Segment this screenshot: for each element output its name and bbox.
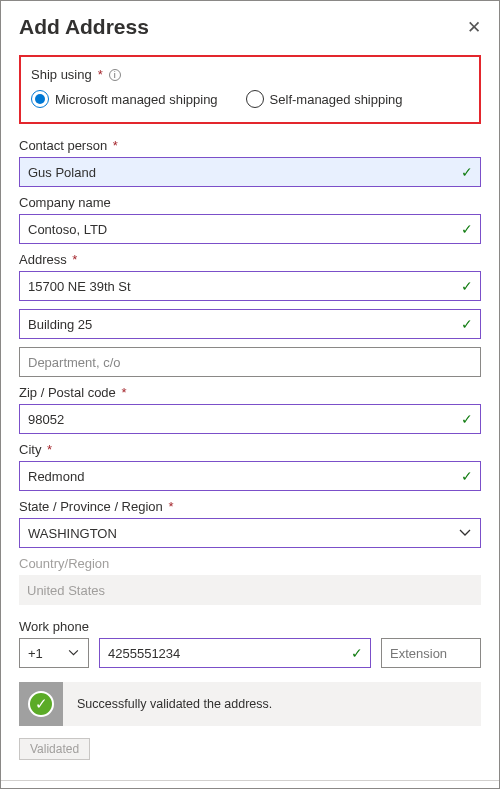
check-icon: ✓ (461, 278, 473, 294)
radio-self-managed-label: Self-managed shipping (270, 92, 403, 107)
address-line3-wrap (19, 347, 481, 377)
ship-using-section: Ship using * i Microsoft managed shippin… (19, 55, 481, 124)
check-icon: ✓ (461, 411, 473, 427)
state-label: State / Province / Region * (19, 499, 481, 514)
radio-self-managed[interactable]: Self-managed shipping (246, 90, 403, 108)
validation-message: Successfully validated the address. (63, 697, 272, 711)
country-label: Country/Region (19, 556, 481, 571)
contact-person-label: Contact person * (19, 138, 481, 153)
info-icon[interactable]: i (109, 69, 121, 81)
radio-microsoft-managed-label: Microsoft managed shipping (55, 92, 218, 107)
zip-field-wrap: ✓ (19, 404, 481, 434)
check-icon: ✓ (461, 221, 473, 237)
required-asterisk: * (98, 67, 103, 82)
work-phone-row: ✓ (19, 638, 481, 668)
success-check-icon: ✓ (28, 691, 54, 717)
check-icon: ✓ (461, 164, 473, 180)
check-icon: ✓ (351, 645, 363, 661)
company-name-field-wrap: ✓ (19, 214, 481, 244)
city-label: City * (19, 442, 481, 457)
state-field-wrap (19, 518, 481, 548)
check-icon: ✓ (461, 468, 473, 484)
add-address-panel: Add Address ✕ Ship using * i Microsoft m… (0, 0, 500, 789)
contact-person-field-wrap: ✓ (19, 157, 481, 187)
address-line1-wrap: ✓ (19, 271, 481, 301)
phone-number-input[interactable] (99, 638, 371, 668)
phone-country-code-wrap (19, 638, 89, 668)
panel-header: Add Address ✕ (19, 15, 481, 39)
ship-using-label-text: Ship using (31, 67, 92, 82)
zip-input[interactable] (19, 404, 481, 434)
phone-extension-wrap (381, 638, 481, 668)
city-input[interactable] (19, 461, 481, 491)
company-name-input[interactable] (19, 214, 481, 244)
country-input (19, 575, 481, 605)
ship-using-label: Ship using * i (31, 67, 469, 82)
state-select[interactable] (19, 518, 481, 548)
footer-divider (1, 780, 499, 781)
check-icon: ✓ (461, 316, 473, 332)
radio-microsoft-managed[interactable]: Microsoft managed shipping (31, 90, 218, 108)
zip-label: Zip / Postal code * (19, 385, 481, 400)
address-line3-input[interactable] (19, 347, 481, 377)
phone-country-code-select[interactable] (19, 638, 89, 668)
radio-circle-icon (31, 90, 49, 108)
validation-icon-cell: ✓ (19, 682, 63, 726)
close-icon[interactable]: ✕ (467, 19, 481, 36)
validated-button: Validated (19, 738, 90, 760)
city-field-wrap: ✓ (19, 461, 481, 491)
address-line2-input[interactable] (19, 309, 481, 339)
panel-title: Add Address (19, 15, 149, 39)
validation-banner: ✓ Successfully validated the address. (19, 682, 481, 726)
form-area: Contact person * ✓ Company name ✓ Addres… (19, 138, 481, 760)
address-line2-wrap: ✓ (19, 309, 481, 339)
address-label: Address * (19, 252, 481, 267)
contact-person-input[interactable] (19, 157, 481, 187)
phone-extension-input[interactable] (381, 638, 481, 668)
ship-using-radiogroup: Microsoft managed shipping Self-managed … (31, 90, 469, 108)
company-name-label: Company name (19, 195, 481, 210)
address-line1-input[interactable] (19, 271, 481, 301)
work-phone-label: Work phone (19, 619, 481, 634)
radio-circle-icon (246, 90, 264, 108)
phone-number-wrap: ✓ (99, 638, 371, 668)
